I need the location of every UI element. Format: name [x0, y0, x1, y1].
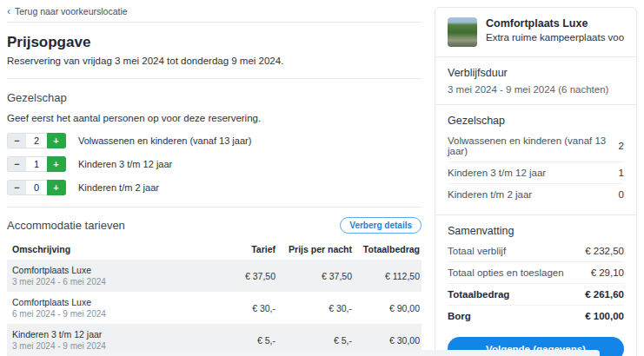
row-totaal: € 30,00: [352, 335, 422, 346]
row-totaal: € 112,50: [352, 271, 422, 281]
chevron-left-icon: ‹: [7, 7, 10, 16]
verblijfsduur-value: 3 mei 2024 - 9 mei 2024 (6 nachten): [448, 84, 624, 95]
back-link[interactable]: ‹ Terug naar voorkeurslocatie: [7, 0, 422, 23]
summary-row-label: Kinderen 3 t/m 12 jaar: [448, 168, 546, 178]
row-prijs-per-nacht: € 30,-: [276, 303, 352, 313]
minus-icon: −: [14, 182, 19, 193]
row-tarief: € 30,-: [222, 303, 276, 313]
property-photo: [448, 17, 477, 47]
sidebar: Comfortplaats Luxe Extra ruime kampeerpl…: [435, 0, 637, 356]
summary-row-label: Kinderen t/m 2 jaar: [448, 189, 532, 200]
row-prijs-per-nacht: € 37,50: [276, 271, 352, 281]
property-header: Comfortplaats Luxe Extra ruime kampeerpl…: [435, 8, 636, 56]
gezelschap-description: Geef eerst het aantal personen op voor d…: [7, 113, 422, 123]
plus-icon: +: [53, 182, 58, 193]
minus-icon: −: [14, 159, 19, 169]
reservation-intro: Reservering van vrijdag 3 mei 2024 tot d…: [7, 56, 422, 79]
summary-row-label: Volwassenen en kinderen (vanaf 13 jaar): [448, 135, 619, 156]
main-content: ‹ Terug naar voorkeurslocatie Prijsopgav…: [0, 0, 428, 356]
summary-row-label: Totaalbedrag: [448, 289, 509, 300]
minus-icon: −: [14, 135, 19, 146]
col-prijs-per-nacht: Prijs per nacht: [276, 244, 352, 254]
verblijfsduur-heading: Verblijfsduur: [448, 67, 624, 79]
stepper-list: − 2 + Volwassenen en kinderen (vanaf 13 …: [7, 133, 422, 208]
summary-row: Kinderen t/m 2 jaar 0: [448, 184, 624, 205]
increment-button[interactable]: +: [47, 133, 66, 148]
stepper-adults: − 2 + Volwassenen en kinderen (vanaf 13 …: [7, 133, 422, 148]
summary-row: Totaal opties en toeslagen € 29,10: [448, 262, 624, 284]
decrement-button[interactable]: −: [7, 156, 26, 172]
property-subtitle: Extra ruime kampeerplaats voor camper, .…: [486, 32, 624, 43]
row-name: Kinderen 3 t/m 12 jaar: [12, 329, 222, 340]
samenvatting-heading: Samenvatting: [448, 225, 624, 237]
plus-icon: +: [53, 135, 58, 146]
row-prijs-per-nacht: € 5,-: [276, 335, 352, 346]
tarieven-header: Accommodatie tarieven Verberg details: [7, 217, 422, 234]
row-period: 3 mei 2024 - 6 mei 2024: [12, 277, 222, 287]
back-link-label: Terug naar voorkeurslocatie: [15, 6, 128, 16]
samenvatting-section: Samenvatting Totaal verblijf € 232,50 To…: [435, 214, 636, 356]
decrement-button[interactable]: −: [7, 180, 26, 195]
next-section-edge: [9, 350, 600, 356]
summary-row-value: 1: [619, 168, 624, 178]
summary-row-total: Totaalbedrag € 261,60: [448, 284, 624, 306]
children-0-2-count: 0: [26, 180, 47, 195]
table-row: Comfortplaats Luxe 3 mei 2024 - 6 mei 20…: [7, 260, 422, 292]
summary-row-deposit: Borg € 100,00: [448, 306, 624, 326]
summary-card: Comfortplaats Luxe Extra ruime kampeerpl…: [435, 7, 637, 356]
gezelschap-summary-section: Gezelschap Volwassenen en kinderen (vana…: [435, 104, 636, 214]
stepper-label: Kinderen t/m 2 jaar: [78, 182, 159, 193]
summary-row-value: € 232,50: [585, 246, 624, 256]
summary-row: Volwassenen en kinderen (vanaf 13 jaar) …: [448, 130, 624, 162]
verblijfsduur-section: Verblijfsduur 3 mei 2024 - 9 mei 2024 (6…: [435, 56, 636, 104]
summary-row-label: Borg: [448, 311, 471, 321]
page-title: Prijsopgave: [7, 34, 422, 51]
summary-row-value: 2: [619, 141, 624, 151]
tarieven-table: Omschrijving Tarief Prijs per nacht Tota…: [7, 241, 422, 356]
table-row: Comfortplaats Luxe 6 mei 2024 - 9 mei 20…: [7, 292, 422, 324]
children-3-12-count: 1: [26, 156, 47, 172]
toggle-details-button[interactable]: Verberg details: [340, 217, 422, 234]
page-layout: ‹ Terug naar voorkeurslocatie Prijsopgav…: [0, 0, 644, 356]
summary-row-label: Totaal verblijf: [448, 246, 506, 256]
table-header-row: Omschrijving Tarief Prijs per nacht Tota…: [7, 241, 422, 260]
summary-row-label: Totaal opties en toeslagen: [448, 267, 564, 278]
gezelschap-heading: Gezelschap: [7, 91, 422, 104]
row-tarief: € 37,50: [222, 271, 276, 281]
increment-button[interactable]: +: [47, 156, 66, 172]
tarieven-heading: Accommodatie tarieven: [7, 219, 125, 232]
gezelschap-summary-heading: Gezelschap: [448, 115, 624, 127]
stepper-children-0-2: − 0 + Kinderen t/m 2 jaar: [7, 180, 422, 195]
decrement-button[interactable]: −: [7, 133, 26, 148]
summary-row-value: € 100,00: [585, 311, 624, 321]
row-name: Comfortplaats Luxe: [12, 265, 222, 275]
summary-row-value: € 29,10: [591, 267, 624, 278]
stepper-children-3-12: − 1 + Kinderen 3 t/m 12 jaar: [7, 156, 422, 172]
row-name: Comfortplaats Luxe: [12, 297, 222, 307]
adults-count: 2: [26, 133, 47, 148]
plus-icon: +: [53, 159, 58, 169]
summary-row: Totaal verblijf € 232,50: [448, 241, 624, 262]
summary-row-value: 0: [619, 189, 624, 200]
row-totaal: € 90,00: [352, 303, 422, 313]
increment-button[interactable]: +: [47, 180, 66, 195]
col-tarief: Tarief: [222, 244, 276, 254]
summary-row: Kinderen 3 t/m 12 jaar 1: [448, 162, 624, 184]
property-title: Comfortplaats Luxe: [486, 17, 624, 30]
col-totaalbedrag: Totaalbedrag: [352, 244, 422, 254]
row-tarief: € 5,-: [222, 335, 276, 346]
summary-row-value: € 261,60: [585, 289, 624, 300]
col-omschrijving: Omschrijving: [7, 244, 222, 254]
stepper-label: Volwassenen en kinderen (vanaf 13 jaar): [78, 135, 251, 146]
stepper-label: Kinderen 3 t/m 12 jaar: [78, 159, 172, 169]
row-period: 6 mei 2024 - 9 mei 2024: [12, 309, 222, 319]
